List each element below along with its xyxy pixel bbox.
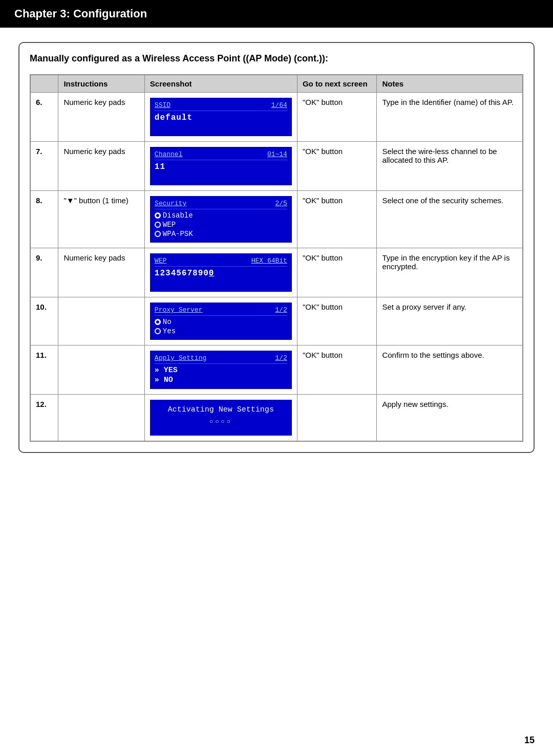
- screen-value: default: [155, 113, 287, 122]
- screen-box: Apply Setting1/2» YES» NO: [150, 351, 292, 389]
- row-number: 12.: [30, 395, 58, 442]
- row-notes: Type in the Identifier (name) of this AP…: [377, 93, 523, 142]
- activating-title: Activating New Settings: [153, 405, 289, 414]
- table-row: 7.Numeric key padsChannel01~1411"OK" but…: [30, 142, 523, 191]
- row-number: 9.: [30, 248, 58, 297]
- screen-apply-option: » NO: [155, 376, 287, 384]
- row-notes: Set a proxy server if any.: [377, 297, 523, 345]
- screen-box: Security2/5DisableWEPWPA-PSK: [150, 196, 292, 243]
- row-notes: Select the wire-less channel to be alloc…: [377, 142, 523, 191]
- row-instructions: [58, 345, 144, 395]
- table-row: 10.Proxy Server1/2NoYes"OK" buttonSet a …: [30, 297, 523, 345]
- th-screenshot: Screenshot: [144, 75, 297, 93]
- activating-dots: ○○○○: [153, 418, 289, 425]
- row-goto: "OK" button: [297, 248, 377, 297]
- table-row: 9.Numeric key padsWEPHEX 64Bit1234567890…: [30, 248, 523, 297]
- row-notes: Apply new settings.: [377, 395, 523, 442]
- th-goto: Go to next screen: [297, 75, 377, 93]
- table-row: 12.Activating New Settings○○○○Apply new …: [30, 395, 523, 442]
- row-instructions: [58, 297, 144, 345]
- row-goto: "OK" button: [297, 191, 377, 248]
- table-row: 11.Apply Setting1/2» YES» NO"OK" buttonC…: [30, 345, 523, 395]
- row-screenshot: SSID1/64default: [144, 93, 297, 142]
- row-goto: "OK" button: [297, 93, 377, 142]
- row-goto: "OK" button: [297, 142, 377, 191]
- screen-option: WEP: [155, 221, 287, 229]
- row-instructions: Numeric key pads: [58, 142, 144, 191]
- row-screenshot: Proxy Server1/2NoYes: [144, 297, 297, 345]
- row-screenshot: Channel01~1411: [144, 142, 297, 191]
- row-notes: Type in the encryption key if the AP is …: [377, 248, 523, 297]
- row-notes: Select one of the security schemes.: [377, 191, 523, 248]
- row-goto: [297, 395, 377, 442]
- row-screenshot: WEPHEX 64Bit12345678900: [144, 248, 297, 297]
- row-notes: Confirm to the settings above.: [377, 345, 523, 395]
- screen-box: Activating New Settings○○○○: [150, 400, 292, 436]
- row-goto: "OK" button: [297, 345, 377, 395]
- screen-box: Proxy Server1/2NoYes: [150, 303, 292, 340]
- row-number: 10.: [30, 297, 58, 345]
- section-title: Manually configured as a Wireless Access…: [30, 53, 523, 66]
- screen-box: Channel01~1411: [150, 147, 292, 185]
- chapter-header: Chapter 3: Configuration: [0, 0, 553, 28]
- row-number: 8.: [30, 191, 58, 248]
- row-instructions: Numeric key pads: [58, 248, 144, 297]
- screen-option: Disable: [155, 211, 287, 220]
- screen-value: 12345678900: [155, 269, 287, 278]
- outer-box: Manually configured as a Wireless Access…: [18, 42, 535, 453]
- row-number: 7.: [30, 142, 58, 191]
- row-screenshot: Security2/5DisableWEPWPA-PSK: [144, 191, 297, 248]
- row-number: 6.: [30, 93, 58, 142]
- th-num: [30, 75, 58, 93]
- screen-box: SSID1/64default: [150, 98, 292, 136]
- screen-value: 11: [155, 162, 287, 171]
- screen-option: WPA-PSK: [155, 230, 287, 238]
- row-instructions: Numeric key pads: [58, 93, 144, 142]
- screen-box: WEPHEX 64Bit12345678900: [150, 253, 292, 292]
- config-table: Instructions Screenshot Go to next scree…: [30, 74, 523, 442]
- table-header-row: Instructions Screenshot Go to next scree…: [30, 75, 523, 93]
- th-notes: Notes: [377, 75, 523, 93]
- row-number: 11.: [30, 345, 58, 395]
- table-row: 6.Numeric key padsSSID1/64default"OK" bu…: [30, 93, 523, 142]
- row-screenshot: Activating New Settings○○○○: [144, 395, 297, 442]
- screen-option: Yes: [155, 327, 287, 335]
- row-screenshot: Apply Setting1/2» YES» NO: [144, 345, 297, 395]
- row-instructions: "▼" button (1 time): [58, 191, 144, 248]
- row-goto: "OK" button: [297, 297, 377, 345]
- th-instructions: Instructions: [58, 75, 144, 93]
- table-row: 8."▼" button (1 time)Security2/5DisableW…: [30, 191, 523, 248]
- page-number: 15: [524, 735, 535, 746]
- screen-option: No: [155, 318, 287, 326]
- main-content: Manually configured as a Wireless Access…: [0, 28, 553, 471]
- row-instructions: [58, 395, 144, 442]
- screen-apply-option: » YES: [155, 366, 287, 375]
